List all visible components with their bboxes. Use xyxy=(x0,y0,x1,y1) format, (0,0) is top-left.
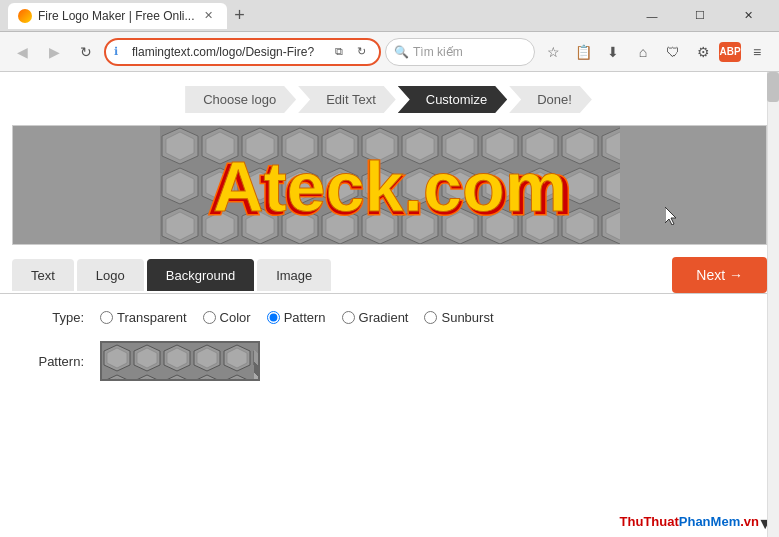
step-choose-logo[interactable]: Choose logo xyxy=(185,86,296,113)
pattern-preview[interactable]: ▼ xyxy=(100,341,260,381)
maximize-button[interactable]: ☐ xyxy=(677,0,723,32)
logo-preview: Ateck.com Ateck.com xyxy=(12,125,767,245)
pattern-preview-svg xyxy=(102,343,254,379)
radio-color-input[interactable] xyxy=(203,311,216,324)
tab-text[interactable]: Text xyxy=(12,259,74,291)
address-favicon: ℹ xyxy=(114,45,128,59)
radio-transparent-input[interactable] xyxy=(100,311,113,324)
search-icon: 🔍 xyxy=(394,45,409,59)
search-bar[interactable]: 🔍 Tìm kiếm xyxy=(385,38,535,66)
radio-gradient[interactable]: Gradient xyxy=(342,310,409,325)
radio-sunburst[interactable]: Sunburst xyxy=(424,310,493,325)
pattern-row: Pattern: ▼ xyxy=(20,341,759,381)
tab-image[interactable]: Image xyxy=(257,259,331,291)
scrollbar-thumb[interactable] xyxy=(767,72,779,102)
watermark: ThuThuatPhanMem.vn xyxy=(620,514,759,529)
step-customize[interactable]: Customize xyxy=(398,86,507,113)
nav-icons: ☆ 📋 ⬇ ⌂ 🛡 ⚙ ABP ≡ xyxy=(539,38,771,66)
watermark-thuat: Thuat xyxy=(643,514,678,529)
download-icon[interactable]: ⬇ xyxy=(599,38,627,66)
steps-breadcrumb: Choose logo Edit Text Customize Done! xyxy=(0,72,779,125)
abp-icon[interactable]: ABP xyxy=(719,42,741,62)
radio-sunburst-input[interactable] xyxy=(424,311,437,324)
watermark-phan: Phan xyxy=(679,514,711,529)
svg-rect-9 xyxy=(102,343,254,379)
new-tab-button[interactable]: + xyxy=(227,3,253,29)
home-icon[interactable]: ⌂ xyxy=(629,38,657,66)
address-text: flamingtext.com/logo/Design-Fire? xyxy=(132,45,325,59)
tab-close-button[interactable]: ✕ xyxy=(201,8,217,24)
radio-gradient-input[interactable] xyxy=(342,311,355,324)
radio-pattern[interactable]: Pattern xyxy=(267,310,326,325)
search-placeholder: Tìm kiếm xyxy=(413,45,463,59)
navbar: ◀ ▶ ↻ ℹ flamingtext.com/logo/Design-Fire… xyxy=(0,32,779,72)
background-tab-content: Type: Transparent Color Pattern Gradient xyxy=(0,294,779,413)
watermark-vn: .vn xyxy=(740,514,759,529)
type-label: Type: xyxy=(20,310,100,325)
minimize-button[interactable]: — xyxy=(629,0,675,32)
menu-icon[interactable]: ≡ xyxy=(743,38,771,66)
back-button[interactable]: ◀ xyxy=(8,38,36,66)
step-edit-text[interactable]: Edit Text xyxy=(298,86,396,113)
shield-icon[interactable]: 🛡 xyxy=(659,38,687,66)
bookmark-this-button[interactable]: ⧉ xyxy=(329,42,349,62)
main-content: Choose logo Edit Text Customize Done! At xyxy=(0,72,779,537)
type-row: Type: Transparent Color Pattern Gradient xyxy=(20,310,759,325)
logo-canvas-svg: Ateck.com Ateck.com xyxy=(160,126,620,244)
tab-logo[interactable]: Logo xyxy=(77,259,144,291)
close-button[interactable]: ✕ xyxy=(725,0,771,32)
reload-button[interactable]: ↻ xyxy=(72,38,100,66)
radio-color[interactable]: Color xyxy=(203,310,251,325)
star-icon[interactable]: ☆ xyxy=(539,38,567,66)
active-tab[interactable]: Fire Logo Maker | Free Onli... ✕ xyxy=(8,3,227,29)
scrollbar-track[interactable] xyxy=(767,72,779,537)
titlebar-tabs: Fire Logo Maker | Free Onli... ✕ + xyxy=(8,3,629,29)
forward-button[interactable]: ▶ xyxy=(40,38,68,66)
radio-pattern-input[interactable] xyxy=(267,311,280,324)
address-buttons: ⧉ ↻ xyxy=(329,42,371,62)
tabs-row: Text Logo Background Image Next → xyxy=(0,257,779,294)
window-controls: — ☐ ✕ xyxy=(629,0,771,32)
pattern-label: Pattern: xyxy=(20,354,100,369)
tab-title: Fire Logo Maker | Free Onli... xyxy=(38,9,195,23)
reading-list-icon[interactable]: 📋 xyxy=(569,38,597,66)
tab-favicon xyxy=(18,9,32,23)
address-bar[interactable]: ℹ flamingtext.com/logo/Design-Fire? ⧉ ↻ xyxy=(104,38,381,66)
next-button[interactable]: Next → xyxy=(672,257,767,293)
watermark-mem: Mem xyxy=(711,514,741,529)
sync-icon[interactable]: ⚙ xyxy=(689,38,717,66)
refresh-address-button[interactable]: ↻ xyxy=(351,42,371,62)
radio-transparent[interactable]: Transparent xyxy=(100,310,187,325)
tab-background[interactable]: Background xyxy=(147,259,254,291)
watermark-thu: Thu xyxy=(620,514,644,529)
svg-text:Ateck.com: Ateck.com xyxy=(212,148,566,226)
type-radio-group: Transparent Color Pattern Gradient Sunbu… xyxy=(100,310,494,325)
titlebar: Fire Logo Maker | Free Onli... ✕ + — ☐ ✕ xyxy=(0,0,779,32)
step-done[interactable]: Done! xyxy=(509,86,592,113)
